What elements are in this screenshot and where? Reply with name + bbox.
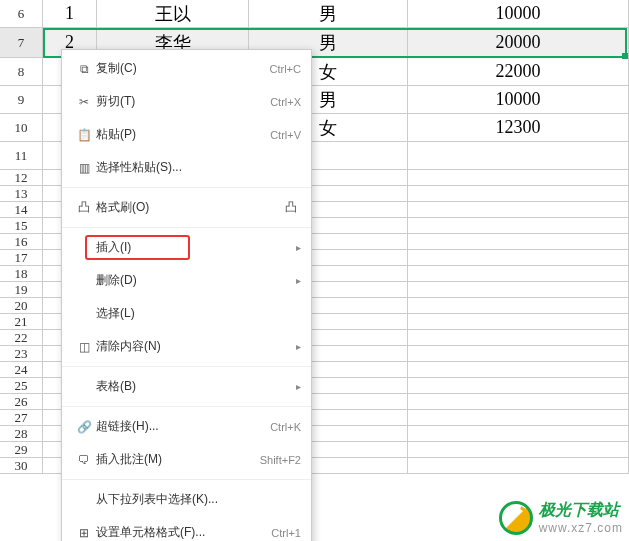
watermark: 极光下载站 www.xz7.com [499,500,623,535]
row-header[interactable]: 24 [0,362,43,377]
menu-format-painter-label: 格式刷(O) [96,199,281,216]
cell[interactable] [408,410,629,425]
row-header[interactable]: 12 [0,170,43,185]
format-painter-extra-icon: 凸 [281,199,301,216]
cell[interactable] [408,234,629,249]
cell[interactable] [408,346,629,361]
row-header[interactable]: 7 [0,28,43,57]
row-header[interactable]: 26 [0,394,43,409]
row-header[interactable]: 29 [0,442,43,457]
cell[interactable] [408,142,629,169]
cell[interactable]: 10000 [408,0,629,27]
cell[interactable]: 10000 [408,86,629,113]
cell[interactable] [408,170,629,185]
copy-icon: ⧉ [72,62,96,76]
row-header[interactable]: 16 [0,234,43,249]
row-header[interactable]: 11 [0,142,43,169]
row-header[interactable]: 10 [0,114,43,141]
menu-dropdown-select[interactable]: 从下拉列表中选择(K)... [62,483,311,516]
menu-paste-special-label: 选择性粘贴(S)... [96,159,301,176]
cell[interactable] [408,298,629,313]
cell[interactable] [408,458,629,473]
menu-table[interactable]: 表格(B) ▸ [62,370,311,403]
paste-icon: 📋 [72,128,96,142]
menu-insert[interactable]: 插入(I) ▸ [62,231,311,264]
menu-separator [62,366,311,367]
row-header[interactable]: 15 [0,218,43,233]
cell[interactable] [408,266,629,281]
row-header[interactable]: 8 [0,58,43,85]
row-header[interactable]: 21 [0,314,43,329]
cell[interactable] [408,314,629,329]
row-header[interactable]: 30 [0,458,43,473]
cell[interactable]: 12300 [408,114,629,141]
row-header[interactable]: 20 [0,298,43,313]
menu-comment[interactable]: 🗨 插入批注(M) Shift+F2 [62,443,311,476]
comment-icon: 🗨 [72,453,96,467]
row-header[interactable]: 17 [0,250,43,265]
hyperlink-icon: 🔗 [72,420,96,434]
menu-hyperlink[interactable]: 🔗 超链接(H)... Ctrl+K [62,410,311,443]
cell[interactable]: 20000 [408,28,629,57]
menu-separator [62,227,311,228]
cell-format-icon: ⊞ [72,526,96,540]
menu-separator [62,479,311,480]
row-header[interactable]: 19 [0,282,43,297]
menu-format-painter[interactable]: 凸 格式刷(O) 凸 [62,191,311,224]
cell[interactable] [408,378,629,393]
cell[interactable] [408,330,629,345]
menu-copy-label: 复制(C) [96,60,270,77]
menu-paste-special[interactable]: ▥ 选择性粘贴(S)... [62,151,311,184]
menu-clear[interactable]: ◫ 清除内容(N) ▸ [62,330,311,363]
row-header[interactable]: 23 [0,346,43,361]
menu-dropdown-label: 从下拉列表中选择(K)... [96,491,301,508]
watermark-logo-icon [499,501,533,535]
row-header[interactable]: 22 [0,330,43,345]
cell[interactable] [408,442,629,457]
cell[interactable] [408,282,629,297]
menu-copy[interactable]: ⧉ 复制(C) Ctrl+C [62,52,311,85]
row-header[interactable]: 25 [0,378,43,393]
cell[interactable]: 22000 [408,58,629,85]
cell[interactable]: 王以 [97,0,249,27]
menu-table-label: 表格(B) [96,378,296,395]
cell[interactable]: 男 [249,0,408,27]
cut-icon: ✂ [72,95,96,109]
menu-paste[interactable]: 📋 粘贴(P) Ctrl+V [62,118,311,151]
menu-cell-format-shortcut: Ctrl+1 [271,527,301,539]
clear-icon: ◫ [72,340,96,354]
cell[interactable] [408,202,629,217]
row-header[interactable]: 13 [0,186,43,201]
menu-paste-label: 粘贴(P) [96,126,270,143]
menu-cut-label: 剪切(T) [96,93,270,110]
cell[interactable] [408,426,629,441]
menu-separator [62,406,311,407]
menu-cell-format[interactable]: ⊞ 设置单元格格式(F)... Ctrl+1 [62,516,311,541]
row-header[interactable]: 27 [0,410,43,425]
cell[interactable] [408,186,629,201]
row-header[interactable]: 14 [0,202,43,217]
cell[interactable] [408,250,629,265]
cell[interactable] [408,394,629,409]
menu-select[interactable]: 选择(L) [62,297,311,330]
watermark-url: www.xz7.com [539,521,623,535]
row-header[interactable]: 18 [0,266,43,281]
chevron-right-icon: ▸ [296,341,301,352]
row-header[interactable]: 6 [0,0,43,27]
table-row[interactable]: 61王以男10000 [0,0,629,28]
menu-hyperlink-shortcut: Ctrl+K [270,421,301,433]
row-header[interactable]: 9 [0,86,43,113]
chevron-right-icon: ▸ [296,242,301,253]
row-header[interactable]: 28 [0,426,43,441]
menu-cut[interactable]: ✂ 剪切(T) Ctrl+X [62,85,311,118]
menu-cut-shortcut: Ctrl+X [270,96,301,108]
menu-delete[interactable]: 删除(D) ▸ [62,264,311,297]
menu-cell-format-label: 设置单元格格式(F)... [96,524,271,541]
menu-separator [62,187,311,188]
cell[interactable] [408,362,629,377]
cell[interactable]: 1 [43,0,97,27]
chevron-right-icon: ▸ [296,275,301,286]
cell[interactable] [408,218,629,233]
menu-clear-label: 清除内容(N) [96,338,296,355]
menu-copy-shortcut: Ctrl+C [270,63,301,75]
